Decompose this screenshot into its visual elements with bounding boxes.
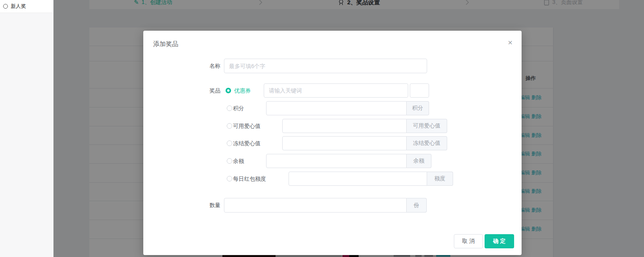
dialog-title: 添加奖品 [153,40,178,48]
quantity-unit: 份 [407,198,427,213]
coupon-keyword-input[interactable] [264,83,408,98]
love-available-option-label: 可用爱心值 [233,123,261,130]
daily-redpacket-option-label: 每日红包额度 [233,176,266,183]
love-available-unit: 可用爱心值 [407,119,447,133]
name-input[interactable] [224,59,427,73]
quantity-input[interactable] [224,198,407,213]
prize-label: 奖品 [194,87,220,94]
balance-unit: 余额 [407,154,431,168]
daily-redpacket-input[interactable] [289,172,427,186]
points-radio[interactable] [227,105,232,111]
quantity-label: 数量 [194,202,220,209]
balance-option-label: 余额 [233,158,244,165]
points-option-label: 积分 [233,105,244,112]
love-frozen-option-label: 冻结爱心值 [233,140,261,147]
balance-input[interactable] [266,154,407,168]
add-prize-dialog: 添加奖品 × 名称 奖品 优惠券 积分 积分 可用爱心值 可用爱心值 冻结爱心值… [143,31,522,255]
daily-redpacket-unit: 额度 [427,172,453,186]
sidebar-item-newcomer-prize[interactable]: 新人奖 [0,0,53,13]
points-input[interactable] [266,101,407,115]
coupon-radio[interactable] [226,88,231,93]
daily-redpacket-radio[interactable] [227,176,232,181]
name-label: 名称 [194,63,220,70]
love-frozen-input[interactable] [282,136,407,150]
coupon-count-box[interactable] [410,83,429,98]
confirm-button[interactable]: 确 定 [485,234,514,248]
balance-radio[interactable] [227,158,232,164]
sidebar-item-label: 新人奖 [11,3,26,10]
love-available-input[interactable] [282,119,407,133]
screen: ✎ 1、创建活动 2、奖品设置 3、页面设置 [0,0,644,257]
coupon-option-label: 优惠券 [234,87,251,94]
sidebar: 新人奖 [0,0,54,257]
points-unit: 积分 [407,101,429,115]
love-available-radio[interactable] [227,123,232,129]
circle-icon [3,4,8,9]
love-frozen-radio[interactable] [227,141,232,146]
close-icon[interactable]: × [505,38,515,47]
cancel-button[interactable]: 取 消 [454,234,483,248]
love-frozen-unit: 冻结爱心值 [407,136,447,150]
